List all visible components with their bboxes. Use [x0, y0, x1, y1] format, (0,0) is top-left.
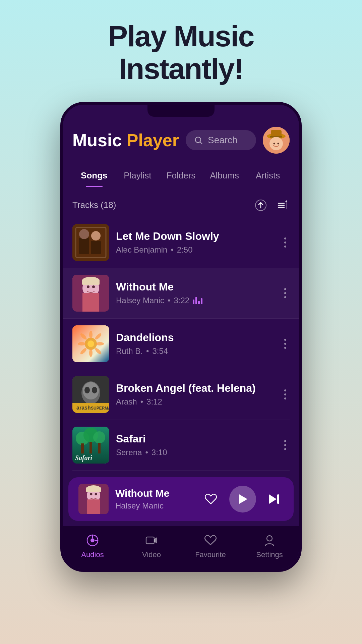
avatar-image	[263, 127, 290, 154]
separator: •	[145, 448, 148, 457]
tracks-header: Tracks (18)	[72, 192, 290, 217]
thumb-art-3	[72, 325, 109, 362]
song-item[interactable]: Dandelions Ruth B. • 3:54	[72, 319, 290, 369]
song-item[interactable]: Without Me Halsey Manic • 3:22	[63, 268, 299, 319]
song-item[interactable]: arash SUPERMAN Broken Angel (feat. Helen…	[72, 369, 290, 420]
video-icon	[145, 534, 158, 547]
song-title: Dandelions	[116, 331, 274, 344]
more-options-button[interactable]	[281, 234, 290, 251]
song-item[interactable]: Let Me Down Slowly Alec Benjamin • 2:50	[72, 217, 290, 268]
song-info: Dandelions Ruth B. • 3:54	[116, 331, 274, 356]
svg-point-31	[78, 342, 86, 345]
mini-player-info: Without Me Halsey Manic	[115, 488, 195, 511]
song-meta: Halsey Manic • 3:22	[116, 296, 274, 305]
skip-next-icon	[267, 492, 282, 506]
mini-player-artist: Halsey Manic	[115, 501, 195, 511]
separator: •	[171, 245, 173, 255]
svg-point-41	[92, 387, 97, 393]
tab-playlist[interactable]: Playlist	[116, 164, 160, 187]
play-icon	[237, 493, 249, 505]
more-options-button[interactable]	[281, 335, 290, 352]
heart-nav-icon	[203, 533, 218, 548]
tab-artists[interactable]: Artists	[246, 164, 290, 187]
nav-label-favourite: Favourite	[195, 550, 226, 559]
title-music: Music	[72, 130, 122, 150]
svg-marker-60	[239, 494, 247, 504]
svg-point-15	[79, 229, 89, 239]
svg-rect-59	[86, 487, 101, 492]
song-duration: 3:22	[174, 296, 189, 305]
song-artist: Alec Benjamin	[116, 245, 167, 255]
svg-point-17	[91, 231, 101, 240]
mini-player-controls	[202, 486, 284, 513]
favourite-button[interactable]	[202, 490, 220, 508]
thumb-art-5: Safari	[72, 427, 109, 464]
svg-point-40	[84, 387, 90, 393]
song-meta: Alec Benjamin • 2:50	[116, 245, 274, 255]
song-thumbnail: arash SUPERMAN	[72, 376, 109, 413]
thumb-art-2	[72, 275, 109, 312]
song-item[interactable]: Safari Safari Serena • 3:10	[72, 420, 290, 471]
svg-rect-14	[79, 237, 89, 254]
song-info: Safari Serena • 3:10	[116, 433, 274, 457]
svg-rect-4	[271, 130, 282, 137]
song-duration: 2:50	[177, 245, 193, 255]
nav-label-settings: Settings	[256, 550, 283, 559]
sort-list-button[interactable]	[275, 198, 290, 213]
song-duration: 3:12	[146, 397, 162, 407]
svg-text:SUPERMAN: SUPERMAN	[91, 406, 109, 411]
skip-next-button[interactable]	[265, 490, 284, 508]
svg-point-69	[267, 536, 272, 541]
svg-rect-67	[146, 537, 154, 544]
video-nav-icon	[144, 533, 159, 548]
song-artist: Ruth B.	[116, 346, 143, 356]
svg-point-23	[92, 285, 95, 288]
sort-up-icon	[255, 199, 267, 211]
app-header: Music Player Search	[72, 127, 290, 154]
audio-icon	[85, 533, 100, 548]
heart-icon	[203, 492, 218, 506]
mini-player-title: Without Me	[115, 488, 195, 499]
song-artist: Halsey Manic	[116, 296, 164, 305]
mini-player[interactable]: Without Me Halsey Manic	[68, 477, 294, 521]
play-button[interactable]	[229, 486, 256, 513]
user-avatar[interactable]	[263, 127, 290, 154]
tab-albums[interactable]: Albums	[203, 164, 246, 187]
tab-folders[interactable]: Folders	[159, 164, 203, 187]
nav-item-favourite[interactable]: Favourite	[181, 533, 240, 559]
song-meta: Serena • 3:10	[116, 448, 274, 457]
nav-item-video[interactable]: Video	[122, 533, 181, 559]
song-title: Without Me	[116, 281, 274, 293]
song-title: Safari	[116, 433, 274, 445]
svg-text:arash: arash	[76, 405, 91, 411]
more-options-button[interactable]	[281, 437, 290, 453]
svg-point-28	[87, 340, 94, 347]
settings-icon	[262, 533, 277, 548]
separator: •	[140, 397, 143, 407]
nav-item-settings[interactable]: Settings	[240, 533, 299, 559]
svg-point-57	[95, 493, 97, 495]
tracks-actions	[253, 198, 290, 213]
tab-songs[interactable]: Songs	[72, 164, 116, 187]
nav-label-video: Video	[142, 550, 161, 559]
avatar-svg	[263, 127, 290, 154]
song-duration: 3:10	[152, 448, 167, 457]
svg-point-7	[274, 143, 275, 144]
song-meta: Ruth B. • 3:54	[116, 346, 274, 356]
sort-up-button[interactable]	[253, 198, 268, 213]
nav-item-audios[interactable]: Audios	[63, 533, 122, 559]
song-duration: 3:54	[152, 346, 168, 356]
separator: •	[146, 346, 149, 356]
search-bar[interactable]: Search	[186, 130, 256, 150]
mini-player-thumbnail	[78, 484, 109, 514]
svg-rect-21	[82, 293, 99, 312]
more-options-button[interactable]	[281, 386, 290, 403]
more-options-button[interactable]	[281, 285, 290, 302]
song-thumbnail	[72, 325, 109, 362]
svg-point-56	[90, 493, 93, 495]
svg-rect-25	[82, 279, 100, 285]
phone-frame: Music Player Search	[60, 102, 302, 572]
thumb-art-1	[72, 224, 109, 261]
svg-point-30	[89, 349, 93, 357]
song-artist: Serena	[116, 448, 142, 457]
